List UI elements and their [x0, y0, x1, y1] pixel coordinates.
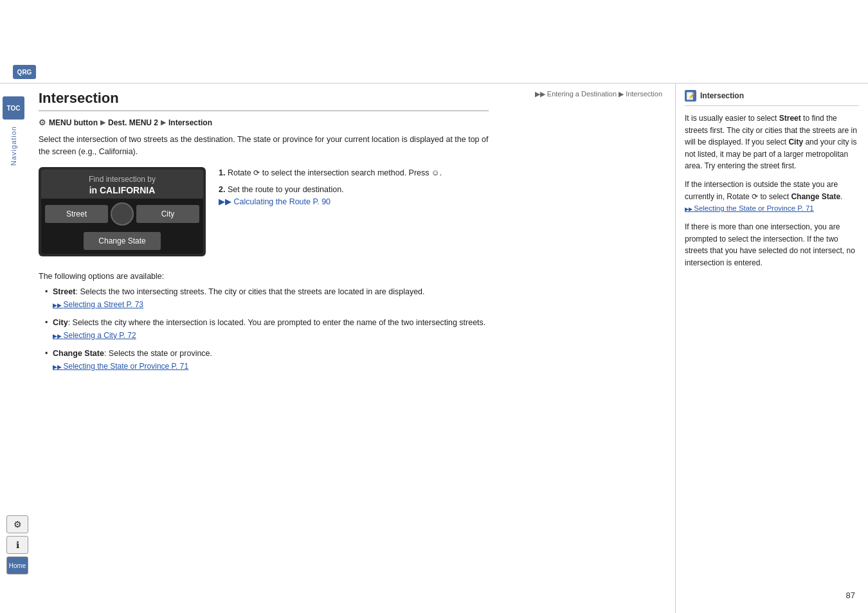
rotate-symbol-2: ⟳ — [752, 192, 758, 201]
options-intro: The following options are available: — [39, 272, 489, 281]
options-list: Street: Selects the two intersecting str… — [45, 286, 489, 371]
page-number: 87 — [846, 591, 855, 600]
calculating-route-link[interactable]: ▶▶ Calculating the Route P. 90 — [219, 197, 330, 206]
screen-buttons: Street City — [41, 199, 203, 229]
right-panel-header: 📝 Intersection — [685, 90, 859, 106]
option-street: Street: Selects the two intersecting str… — [45, 286, 489, 310]
option-street-desc: : Selects the two intersecting streets. … — [75, 287, 424, 296]
screen-city-btn[interactable]: City — [136, 205, 199, 223]
step-1: 1. Rotate ⟳ to select the intersection s… — [219, 167, 489, 179]
menu-item-2: Intersection — [168, 118, 212, 127]
right-panel-para-1: It is usually easier to select Street to… — [685, 112, 859, 172]
option-city: City: Selects the city where the interse… — [45, 317, 489, 341]
toc-button[interactable]: TOC — [3, 96, 24, 120]
nav-label: Navigation — [10, 126, 17, 166]
option-change-state-term: Change State — [53, 349, 104, 358]
screen-change-state-btn[interactable]: Change State — [84, 232, 161, 250]
menu-item-1: Dest. MENU 2 — [108, 118, 158, 127]
selecting-state-province-link-right[interactable]: Selecting the State or Province P. 71 — [685, 204, 814, 212]
menu-path: ⚙ MENU button ▶ Dest. MENU 2 ▶ Intersect… — [39, 118, 489, 127]
bottom-icons: ⚙ ℹ Home — [6, 515, 28, 574]
breadcrumb-text: ▶▶ Entering a Destination ▶ Intersection — [535, 90, 662, 98]
menu-path-label: MENU button — [49, 118, 98, 127]
selecting-street-link[interactable]: Selecting a Street P. 73 — [53, 299, 489, 310]
steps-container: 1. Rotate ⟳ to select the intersection s… — [219, 167, 489, 213]
press-symbol: ☺ — [431, 168, 440, 177]
step-1-num: 1. — [219, 168, 225, 177]
right-panel-para-2: If the intersection is outside the state… — [685, 179, 859, 215]
top-header: QRG — [0, 0, 868, 84]
intro-text: Select the intersection of two streets a… — [39, 134, 489, 158]
option-change-state: Change State: Selects the state or provi… — [45, 348, 489, 372]
info-icon: ℹ — [16, 540, 19, 550]
note-icon: 📝 — [685, 90, 696, 102]
screen-line2: in CALIFORNIA — [44, 184, 201, 196]
menu-icon: ⚙ — [39, 118, 46, 127]
screen-bottom: Change State — [41, 229, 203, 254]
breadcrumb: ▶▶ Entering a Destination ▶ Intersection — [535, 90, 662, 98]
device-screen: Find intersection by in CALIFORNIA Stree… — [39, 167, 206, 257]
step-2-num: 2. — [219, 185, 225, 194]
selecting-state-province-link-main[interactable]: Selecting the State or Province P. 71 — [53, 360, 489, 372]
menu-arrow-2: ▶ — [161, 118, 166, 127]
screen-street-btn[interactable]: Street — [45, 205, 108, 223]
option-city-term: City — [53, 318, 68, 327]
main-content: Intersection ⚙ MENU button ▶ Dest. MENU … — [32, 84, 502, 613]
selecting-city-link[interactable]: Selecting a City P. 72 — [53, 330, 489, 341]
home-icon: Home — [9, 562, 26, 569]
screen-center-dial — [111, 202, 134, 226]
screen-line1: Find intersection by — [44, 175, 201, 185]
option-city-desc: : Selects the city where the intersectio… — [68, 318, 486, 327]
option-change-state-desc: : Selects the state or province. — [104, 349, 212, 358]
menu-arrow-1: ▶ — [100, 118, 105, 127]
option-street-term: Street — [53, 287, 75, 296]
step-2: 2. Set the route to your destination. ▶▶… — [219, 184, 489, 208]
screen-and-steps: Find intersection by in CALIFORNIA Stree… — [39, 167, 489, 263]
qrg-badge: QRG — [13, 65, 36, 79]
screen-header: Find intersection by in CALIFORNIA — [41, 170, 203, 199]
rotate-symbol-1: ⟳ — [253, 168, 260, 177]
page-title: Intersection — [39, 90, 489, 111]
settings-icon-btn[interactable]: ⚙ — [6, 515, 28, 533]
settings-icon: ⚙ — [14, 519, 22, 529]
info-icon-btn[interactable]: ℹ — [6, 536, 28, 554]
right-panel-para-3: If there is more than one intersection, … — [685, 221, 859, 269]
right-panel-title: Intersection — [700, 91, 744, 100]
home-icon-btn[interactable]: Home — [6, 556, 28, 574]
right-panel: 📝 Intersection It is usually easier to s… — [675, 84, 868, 613]
right-panel-text: It is usually easier to select Street to… — [685, 112, 859, 269]
